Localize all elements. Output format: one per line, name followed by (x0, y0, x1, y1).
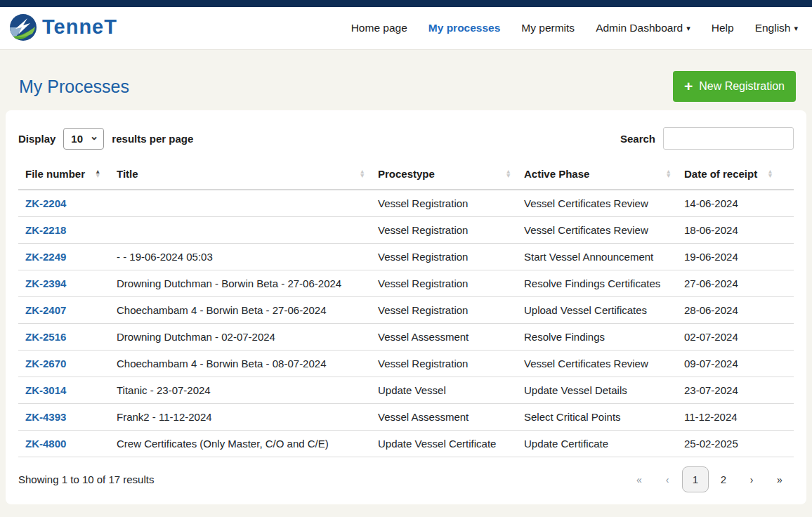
table-row: ZK-2516 Drowning Dutchman - 02-07-2024 V… (18, 324, 794, 351)
top-accent-bar (0, 0, 812, 7)
cell-date-of-receipt: 25-02-2025 (677, 431, 794, 457)
cell-title: Choechambam 4 - Borwin Beta - 27-06-2024 (110, 297, 371, 324)
cell-procestype: Update Vessel (371, 377, 517, 404)
pagination-next-button[interactable]: › (738, 468, 766, 492)
cell-active-phase: Resolve Findings (517, 324, 677, 351)
search-group: Search (620, 127, 794, 150)
sort-icon[interactable]: ▲▼ (506, 170, 511, 178)
cell-procestype: Vessel Registration (371, 217, 517, 244)
pagination: « ‹ 1 2 › » (625, 466, 794, 492)
nav-item-my-processes[interactable]: My processes (428, 22, 501, 34)
column-header-title[interactable]: Title ▲▼ (110, 161, 371, 190)
cell-active-phase: Start Vessel Announcement (517, 244, 677, 270)
file-number-link[interactable]: ZK-4800 (25, 438, 66, 450)
cell-active-phase: Vessel Certificates Review (517, 217, 677, 244)
column-header-active-phase[interactable]: Active Phase ▲▼ (517, 161, 677, 190)
sort-icon[interactable]: ▲▼ (95, 170, 100, 178)
cell-active-phase: Update Certificate (517, 431, 677, 457)
sort-icon[interactable]: ▲▼ (360, 170, 365, 178)
cell-title (110, 190, 371, 217)
cell-active-phase: Vessel Certificates Review (517, 190, 677, 217)
sort-icon[interactable]: ▲▼ (666, 170, 672, 178)
page-title: My Processes (19, 77, 129, 97)
new-registration-button[interactable]: + New Registration (673, 71, 796, 102)
cell-title: Drowning Dutchman - 02-07-2024 (110, 324, 371, 351)
table-row: ZK-3014 Titanic - 23-07-2024 Update Vess… (18, 377, 794, 404)
cell-date-of-receipt: 02-07-2024 (677, 324, 794, 351)
cell-date-of-receipt: 18-06-2024 (677, 217, 794, 244)
tennet-logo[interactable]: TenneT (7, 12, 117, 44)
cell-date-of-receipt: 28-06-2024 (677, 297, 794, 324)
pagination-page-2[interactable]: 2 (709, 467, 738, 492)
search-input[interactable] (663, 127, 794, 150)
table-row: ZK-2218 Vessel Registration Vessel Certi… (18, 217, 794, 244)
processes-card: Display 10 ⌄ results per page Search Fil… (6, 110, 806, 504)
file-number-link[interactable]: ZK-2218 (25, 224, 66, 236)
cell-title: Frank2 - 11-12-2024 (110, 404, 371, 431)
search-label: Search (620, 133, 655, 145)
table-row: ZK-2407 Choechambam 4 - Borwin Beta - 27… (18, 297, 794, 324)
pagination-last-button[interactable]: » (766, 468, 794, 492)
table-body: ZK-2204 Vessel Registration Vessel Certi… (18, 190, 794, 457)
cell-title: Choechambam 4 - Borwin Beta - 08-07-2024 (110, 351, 371, 377)
tennet-globe-icon (7, 12, 39, 44)
file-number-link[interactable]: ZK-2249 (25, 251, 66, 263)
navbar: TenneT Home page My processes My permits… (0, 7, 812, 50)
table-row: ZK-2249 - - 19-06-2024 05:03 Vessel Regi… (18, 244, 794, 270)
table-row: ZK-2670 Choechambam 4 - Borwin Beta - 08… (18, 351, 794, 377)
column-header-date-of-receipt[interactable]: Date of receipt ▲▼ (677, 161, 794, 190)
results-per-page-value: 10 (71, 133, 83, 145)
nav-item-my-permits[interactable]: My permits (521, 22, 575, 34)
results-per-page-select[interactable]: 10 ⌄ (63, 128, 104, 150)
table-row: ZK-4393 Frank2 - 11-12-2024 Vessel Asses… (18, 404, 794, 431)
cell-procestype: Vessel Assessment (371, 324, 517, 351)
cell-title: Drowning Dutchman - Borwin Beta - 27-06-… (110, 270, 371, 297)
table-controls: Display 10 ⌄ results per page Search (18, 127, 794, 150)
cell-active-phase: Resolve Findings Certificates (517, 270, 677, 297)
table-footer: Showing 1 to 10 of 17 results « ‹ 1 2 › … (18, 466, 794, 492)
sort-icon[interactable]: ▲▼ (767, 170, 773, 178)
table-row: ZK-2394 Drowning Dutchman - Borwin Beta … (18, 270, 794, 297)
nav-item-admin-dashboard[interactable]: Admin Dashboard▾ (596, 22, 690, 34)
caret-down-icon: ▾ (686, 24, 690, 32)
cell-procestype: Vessel Registration (371, 297, 517, 324)
results-summary: Showing 1 to 10 of 17 results (18, 473, 154, 485)
column-header-file-number[interactable]: File number ▲▼ (18, 161, 110, 190)
file-number-link[interactable]: ZK-2394 (25, 277, 66, 289)
file-number-link[interactable]: ZK-2670 (25, 358, 66, 369)
cell-active-phase: Select Critical Points (517, 404, 677, 431)
cell-procestype: Vessel Registration (371, 244, 517, 270)
cell-title (110, 217, 371, 244)
cell-active-phase: Vessel Certificates Review (517, 351, 677, 377)
cell-procestype: Vessel Registration (371, 351, 517, 377)
cell-date-of-receipt: 23-07-2024 (677, 377, 794, 404)
table-row: ZK-4800 Crew Certificates (Only Master, … (18, 431, 794, 457)
display-suffix-label: results per page (112, 133, 193, 145)
file-number-link[interactable]: ZK-2204 (25, 197, 66, 209)
display-group: Display 10 ⌄ results per page (18, 128, 193, 150)
nav-links: Home page My processes My permits Admin … (351, 22, 798, 34)
cell-procestype: Vessel Assessment (371, 404, 517, 431)
plus-icon: + (684, 79, 693, 93)
file-number-link[interactable]: ZK-2516 (25, 331, 66, 343)
pagination-first-button[interactable]: « (625, 468, 653, 492)
cell-title: Titanic - 23-07-2024 (110, 377, 371, 404)
file-number-link[interactable]: ZK-2407 (25, 304, 66, 316)
nav-item-home-page[interactable]: Home page (351, 22, 407, 34)
file-number-link[interactable]: ZK-4393 (25, 411, 66, 423)
page-header: My Processes + New Registration (0, 50, 812, 110)
display-label: Display (18, 133, 55, 145)
cell-title: - - 19-06-2024 05:03 (110, 244, 371, 270)
file-number-link[interactable]: ZK-3014 (25, 384, 66, 396)
nav-item-language[interactable]: English▾ (755, 22, 798, 34)
cell-date-of-receipt: 27-06-2024 (677, 270, 794, 297)
column-header-procestype[interactable]: Procestype ▲▼ (371, 161, 517, 190)
pagination-prev-button[interactable]: ‹ (653, 468, 681, 492)
cell-procestype: Vessel Registration (371, 270, 517, 297)
pagination-page-1[interactable]: 1 (682, 466, 709, 492)
cell-active-phase: Update Vessel Details (517, 377, 677, 404)
nav-item-help[interactable]: Help (712, 22, 734, 34)
cell-date-of-receipt: 09-07-2024 (677, 351, 794, 377)
cell-procestype: Vessel Registration (371, 190, 517, 217)
caret-down-icon: ▾ (794, 24, 798, 32)
